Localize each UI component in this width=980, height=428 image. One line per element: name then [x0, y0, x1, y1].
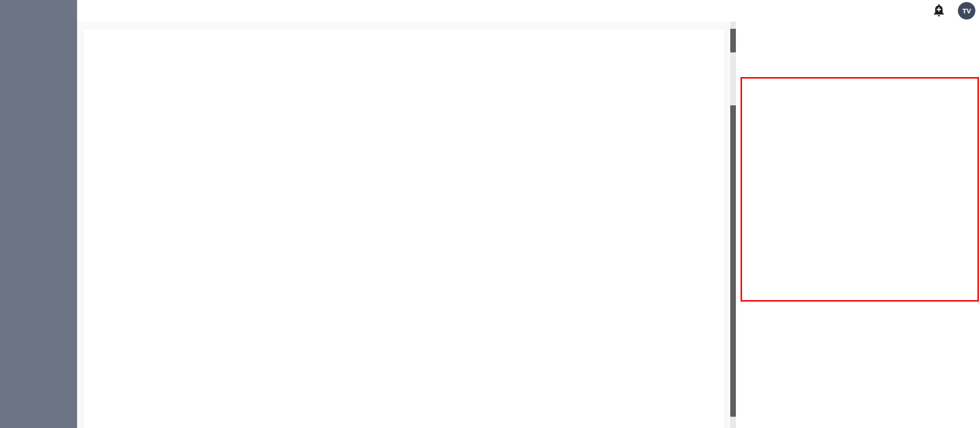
avatar-initials: TV — [963, 7, 971, 15]
sftp-config-drawer — [736, 22, 980, 428]
avatar[interactable]: TV — [958, 2, 975, 20]
sidebar — [0, 0, 77, 428]
main-panel — [83, 29, 725, 428]
notification-bell-icon[interactable] — [932, 4, 946, 18]
top-bar — [77, 0, 980, 22]
scrollbar-thumb[interactable] — [730, 29, 736, 52]
drawer-scrollbar-thumb[interactable] — [730, 105, 736, 417]
